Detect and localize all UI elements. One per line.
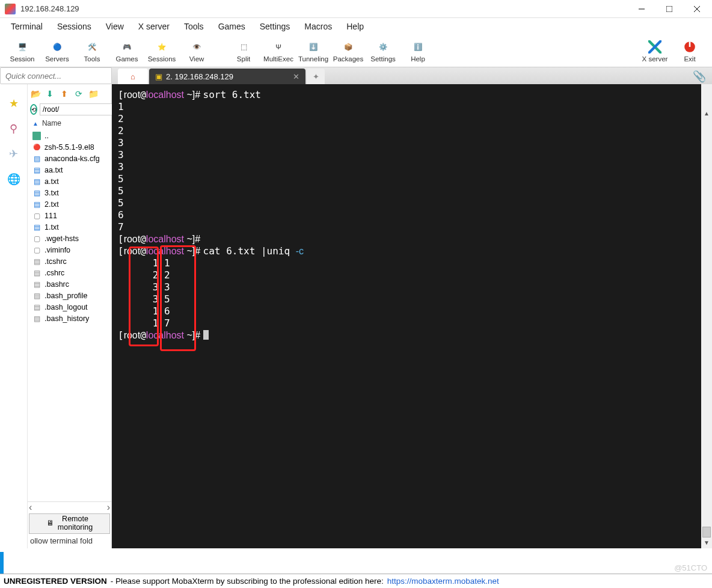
sftp-toolbar: 📂 ⬇ ⬆ ⟳ 📁	[28, 85, 111, 102]
path-row: ⟲	[28, 102, 111, 117]
file-row[interactable]: 3.txt	[28, 187, 111, 198]
toolbar-view[interactable]: 👁️View	[179, 40, 214, 63]
toolbar-tools[interactable]: 🛠️Tools	[75, 40, 109, 63]
menu-view[interactable]: View	[99, 19, 131, 34]
file-row[interactable]: 🔴zsh-5.5.1-9.el8	[28, 141, 111, 153]
file-icon	[32, 234, 41, 243]
toolbar-help[interactable]: ℹ️Help	[400, 40, 435, 63]
menu-terminal[interactable]: Terminal	[4, 19, 50, 34]
toolbar-games[interactable]: 🎮Games	[109, 40, 144, 63]
menubar: Terminal Sessions View X server Tools Ga…	[0, 18, 712, 35]
download-icon[interactable]: ⬇	[44, 88, 55, 99]
left-strip: ★ ⚲ ✈ 🌐	[0, 67, 28, 548]
star-icon[interactable]: ★	[7, 96, 21, 111]
file-name: 2.txt	[44, 200, 59, 209]
file-name: .bash_history	[44, 314, 89, 323]
maximize-button[interactable]	[655, 0, 683, 18]
scroll-thumb[interactable]	[702, 527, 711, 537]
file-icon	[32, 166, 41, 174]
toolbar: 🖥️Session 🔵Servers 🛠️Tools 🎮Games ⭐Sessi…	[0, 35, 712, 67]
minimize-button[interactable]	[628, 0, 655, 18]
servers-icon: 🔵	[50, 40, 64, 54]
file-row[interactable]: .tcshrc	[28, 256, 111, 267]
tab-session-active[interactable]: ▣ 2. 192.168.248.129 ✕	[149, 69, 305, 84]
tab-label: 2. 192.168.248.129	[166, 72, 233, 81]
titlebar: 192.168.248.129	[0, 0, 712, 18]
menu-help[interactable]: Help	[339, 19, 371, 34]
file-icon	[32, 280, 41, 289]
plane-icon[interactable]: ✈	[7, 147, 21, 161]
sidebar-scrollbar[interactable]: ‹›	[28, 501, 111, 512]
file-row[interactable]: .viminfo	[28, 244, 111, 256]
svg-rect-1	[666, 6, 672, 12]
menu-games[interactable]: Games	[211, 19, 253, 34]
quick-connect-input[interactable]	[0, 67, 112, 84]
scroll-down-icon[interactable]: ▼	[701, 537, 712, 548]
file-row[interactable]: aa.txt	[28, 164, 111, 176]
file-row[interactable]: .bashrc	[28, 278, 111, 290]
file-icon: 🔴	[32, 143, 41, 152]
toolbar-sessions[interactable]: ⭐Sessions	[144, 40, 179, 63]
refresh-icon[interactable]: ⟳	[73, 88, 84, 99]
watermark: @51CTO	[674, 563, 707, 572]
terminal[interactable]: [root@localhost ~]# sort 6.txt 1 2 2 3 3…	[112, 84, 712, 548]
file-name: .wget-hsts	[44, 234, 79, 243]
paperclip-icon[interactable]: 📎	[693, 70, 706, 83]
file-icon	[32, 292, 41, 300]
file-row[interactable]: .cshrc	[28, 267, 111, 278]
multiexec-icon: Ψ	[271, 40, 286, 54]
file-row[interactable]: ..	[28, 130, 111, 141]
file-row[interactable]: anaconda-ks.cfg	[28, 153, 111, 164]
remote-monitoring-button[interactable]: 🖥 Remotemonitoring	[29, 513, 110, 534]
toolbar-packages[interactable]: 📦Packages	[331, 40, 366, 63]
toolbar-split[interactable]: ⬚Split	[226, 40, 261, 63]
wand-icon[interactable]: ⚲	[7, 121, 21, 136]
file-row[interactable]: .bash_logout	[28, 301, 111, 313]
filelist-header[interactable]: ▲ Name	[28, 117, 111, 130]
file-icon	[32, 177, 41, 186]
toolbar-settings[interactable]: ⚙️Settings	[366, 40, 400, 63]
file-row[interactable]: .bash_profile	[28, 290, 111, 301]
toolbar-xserver[interactable]: X server	[637, 40, 672, 63]
file-name: .cshrc	[44, 269, 64, 277]
path-nav-icon[interactable]: ⟲	[30, 104, 37, 115]
file-row[interactable]: 1.txt	[28, 221, 111, 233]
menu-macros[interactable]: Macros	[297, 19, 339, 34]
toolbar-session[interactable]: 🖥️Session	[5, 40, 40, 63]
file-icon	[32, 269, 41, 277]
file-row[interactable]: a.txt	[28, 176, 111, 187]
tab-new[interactable]: ✦	[307, 69, 325, 84]
newfolder-icon[interactable]: 📁	[88, 88, 99, 99]
menu-tools[interactable]: Tools	[177, 19, 211, 34]
tab-home[interactable]: ⌂	[118, 69, 148, 84]
terminal-scrollbar[interactable]: ▲ ▼	[701, 84, 712, 548]
tabstrip: ⌂ ▣ 2. 192.168.248.129 ✕ ✦ 📎	[112, 67, 712, 84]
file-row[interactable]: 2.txt	[28, 198, 111, 210]
close-button[interactable]	[683, 0, 711, 18]
file-name: a.txt	[44, 177, 59, 186]
tab-close-icon[interactable]: ✕	[293, 72, 299, 81]
menu-xserver[interactable]: X server	[131, 19, 177, 34]
toolbar-exit[interactable]: Exit	[672, 40, 707, 63]
upload-icon[interactable]: ⬆	[59, 88, 70, 99]
file-row[interactable]: .wget-hsts	[28, 233, 111, 244]
file-name: .bash_logout	[44, 303, 88, 311]
file-row[interactable]: 111	[28, 210, 111, 221]
toolbar-servers[interactable]: 🔵Servers	[40, 40, 75, 63]
menu-settings[interactable]: Settings	[253, 19, 298, 34]
file-row[interactable]: .bash_history	[28, 313, 111, 324]
file-name: 111	[44, 212, 57, 220]
file-icon	[32, 189, 41, 197]
menu-sessions[interactable]: Sessions	[50, 19, 99, 34]
file-icon	[32, 212, 41, 220]
file-list[interactable]: ..🔴zsh-5.5.1-9.el8anaconda-ks.cfgaa.txta…	[28, 130, 111, 501]
toolbar-tunneling[interactable]: ⬇️Tunneling	[296, 40, 331, 63]
status-link[interactable]: https://mobaxterm.mobatek.net	[387, 577, 499, 586]
folder-open-icon[interactable]: 📂	[30, 88, 41, 99]
file-name: anaconda-ks.cfg	[44, 155, 100, 163]
file-name: aa.txt	[44, 166, 63, 174]
toolbar-multiexec[interactable]: ΨMultiExec	[261, 40, 296, 63]
split-icon: ⬚	[236, 40, 251, 54]
globe-icon[interactable]: 🌐	[7, 172, 21, 186]
scroll-up-icon[interactable]: ▲	[701, 108, 712, 119]
